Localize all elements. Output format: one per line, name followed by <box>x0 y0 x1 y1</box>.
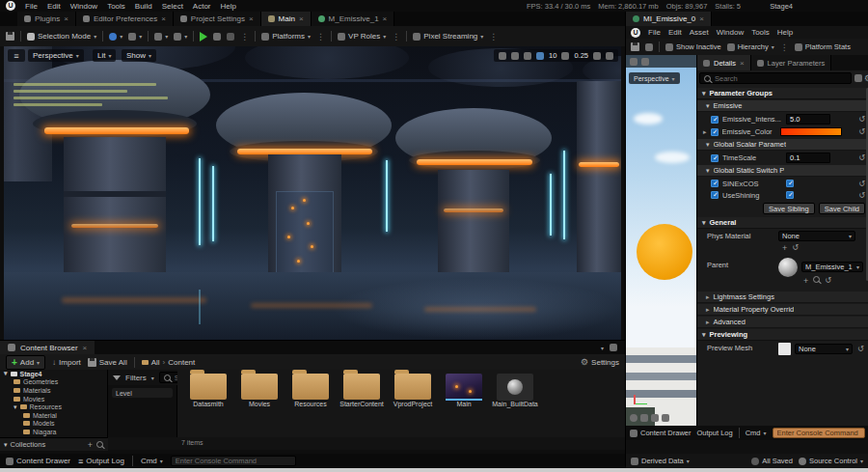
perspective-dropdown[interactable]: Perspective <box>28 49 84 62</box>
camera-speed-icon[interactable] <box>593 52 601 60</box>
level-viewport[interactable]: Perspective Lit Show 10 0.25 <box>4 46 621 340</box>
details-search-box[interactable] <box>699 72 852 84</box>
browse-icon[interactable] <box>813 276 820 283</box>
overflow-icon[interactable] <box>780 42 789 52</box>
close-icon[interactable] <box>161 14 166 23</box>
search-icon[interactable] <box>96 441 103 448</box>
output-log-button[interactable]: Output Log <box>697 429 733 437</box>
camera-icon[interactable] <box>630 58 637 66</box>
reset-icon[interactable] <box>857 345 864 353</box>
reset-icon[interactable] <box>858 191 865 200</box>
emissive-color-swatch[interactable] <box>780 127 842 136</box>
console-input[interactable] <box>777 429 860 437</box>
cube-preview-icon[interactable] <box>651 414 659 422</box>
menu-tools[interactable]: Tools <box>107 2 125 11</box>
expand-icon[interactable] <box>14 403 17 411</box>
add-collection-icon[interactable] <box>88 440 93 450</box>
pixel-streaming-dropdown[interactable]: Pixel Streaming <box>413 32 483 41</box>
tab-layer-parameters[interactable]: Layer Parameters <box>751 55 832 70</box>
console-input[interactable] <box>176 457 291 465</box>
close-icon[interactable] <box>299 14 304 23</box>
collections-section[interactable]: Collections <box>0 437 108 451</box>
tab-mi-emissive-0[interactable]: MI_Emissive_0 <box>626 12 712 26</box>
expand-icon[interactable] <box>4 440 8 449</box>
override-checkbox[interactable] <box>711 128 719 136</box>
expand-icon[interactable] <box>703 127 707 136</box>
hierarchy-dropdown[interactable]: Hierarchy <box>727 42 774 51</box>
folder-tile-resources[interactable]: Resources <box>285 374 336 407</box>
play-options-icon[interactable] <box>240 32 249 42</box>
tab-main-level[interactable]: Main <box>261 12 312 26</box>
maximize-icon[interactable] <box>606 52 613 60</box>
section-global-scalar[interactable]: Global Scalar Paramet <box>697 139 868 151</box>
grid-snap-icon[interactable] <box>536 52 544 60</box>
reset-icon[interactable] <box>792 243 799 253</box>
section-emissive[interactable]: Emissive <box>697 100 868 112</box>
rotation-snap-icon[interactable] <box>561 52 569 60</box>
gear-icon[interactable] <box>864 73 868 83</box>
menu-build[interactable]: Build <box>135 2 152 11</box>
reset-icon[interactable] <box>858 127 865 136</box>
section-advanced[interactable]: Advanced <box>697 317 868 328</box>
timescale-value-field[interactable]: 0.1 <box>786 153 830 163</box>
folder-tile-startercontent[interactable]: StarterContent <box>337 374 387 407</box>
use-selected-icon[interactable] <box>803 276 808 286</box>
output-log-button[interactable]: Output Log <box>78 457 124 466</box>
save-child-button[interactable]: Save Child <box>819 203 865 214</box>
console-input-box[interactable] <box>171 456 296 466</box>
camera-speed-value[interactable]: 0.25 <box>574 51 588 60</box>
viewport-menu-button[interactable] <box>8 49 25 62</box>
override-checkbox[interactable] <box>711 154 719 162</box>
tab-editor-preferences[interactable]: Editor Preferences <box>76 12 174 26</box>
reset-icon[interactable] <box>858 115 865 124</box>
asset-tile-main[interactable]: Main <box>439 374 489 407</box>
tree-item-movies[interactable]: Movies <box>0 395 107 403</box>
rotate-icon[interactable] <box>511 52 519 60</box>
platforms-dropdown[interactable]: Platforms <box>261 32 311 41</box>
filter-chip-level[interactable]: Level <box>112 388 173 398</box>
console-input-box[interactable] <box>773 428 865 438</box>
breadcrumb[interactable]: All Content <box>142 358 196 367</box>
tree-item-models[interactable]: Models <box>0 420 107 429</box>
scale-icon[interactable] <box>524 52 531 60</box>
derived-data-button[interactable]: Derived Data <box>631 457 690 465</box>
menu-file[interactable]: File <box>25 2 38 11</box>
cinematics-dropdown[interactable] <box>109 32 122 41</box>
phys-material-dropdown[interactable]: None <box>778 231 855 241</box>
section-lightmass[interactable]: Lightmass Settings <box>697 292 868 303</box>
save-all-button[interactable]: Save All <box>88 358 127 367</box>
blueprints-dropdown[interactable] <box>154 32 168 41</box>
parent-dropdown[interactable]: M_Emissive_1 <box>801 262 863 272</box>
menu-asset[interactable]: Asset <box>690 28 709 37</box>
previewing-header[interactable]: Previewing <box>697 329 868 341</box>
overflow-icon[interactable] <box>316 32 325 42</box>
parent-thumbnail[interactable] <box>778 258 798 277</box>
content-drawer-button[interactable]: Content Drawer <box>630 429 692 437</box>
quick-add-dropdown[interactable] <box>128 32 142 41</box>
close-icon[interactable] <box>699 14 704 23</box>
menu-tools[interactable]: Tools <box>751 28 770 37</box>
preview-mesh-dropdown[interactable]: None <box>795 344 853 354</box>
tree-item-materials[interactable]: Materials <box>0 386 107 395</box>
filter-options-icon[interactable] <box>854 74 862 82</box>
cb-settings-button[interactable]: Settings <box>581 357 619 367</box>
folder-tile-vprodproject[interactable]: VprodProject <box>388 374 438 407</box>
filters-label[interactable]: Filters <box>125 374 147 382</box>
view-options-icon[interactable] <box>641 58 649 66</box>
cmd-dropdown[interactable]: Cmd <box>141 457 163 465</box>
filter-icon[interactable] <box>113 375 121 380</box>
close-icon[interactable] <box>83 344 88 352</box>
tree-item-geometries[interactable]: Geometries <box>0 378 107 387</box>
save-icon[interactable] <box>631 42 639 51</box>
sequencer-dropdown[interactable] <box>174 32 187 41</box>
close-icon[interactable] <box>249 14 254 23</box>
folder-tile-movies[interactable]: Movies <box>234 374 285 407</box>
tree-item-niagara[interactable]: Niagara <box>0 428 107 436</box>
reset-icon[interactable] <box>825 276 831 286</box>
content-drawer-button[interactable]: Content Drawer <box>6 457 70 465</box>
tab-details[interactable]: Details <box>697 55 751 70</box>
tree-item-material[interactable]: Material <box>0 411 107 420</box>
tab-m-emissive-1[interactable]: M_Emissive_1 <box>312 12 395 26</box>
section-material-override[interactable]: Material Property Overrid <box>697 304 868 316</box>
menu-window[interactable]: Window <box>70 2 97 11</box>
